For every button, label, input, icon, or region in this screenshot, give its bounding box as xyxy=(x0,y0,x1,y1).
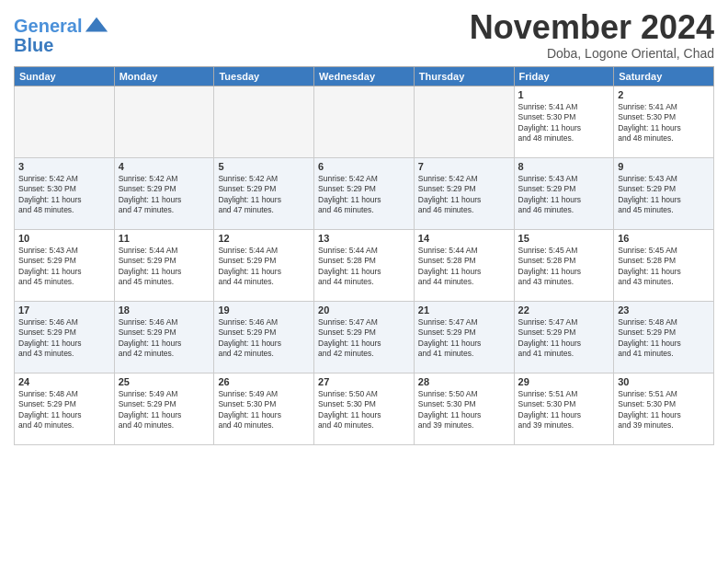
calendar-cell: 1Sunrise: 5:41 AM Sunset: 5:30 PM Daylig… xyxy=(514,86,614,157)
day-number: 29 xyxy=(518,376,610,387)
calendar-cell: 12Sunrise: 5:44 AM Sunset: 5:29 PM Dayli… xyxy=(214,229,314,301)
day-info: Sunrise: 5:49 AM Sunset: 5:30 PM Dayligh… xyxy=(218,389,310,431)
calendar-cell: 8Sunrise: 5:43 AM Sunset: 5:29 PM Daylig… xyxy=(514,157,614,229)
day-number: 7 xyxy=(418,161,510,172)
calendar-cell: 3Sunrise: 5:42 AM Sunset: 5:30 PM Daylig… xyxy=(15,157,115,229)
calendar-cell: 7Sunrise: 5:42 AM Sunset: 5:29 PM Daylig… xyxy=(414,157,514,229)
day-number: 30 xyxy=(618,376,710,387)
logo-icon xyxy=(84,13,109,39)
day-number: 6 xyxy=(318,161,410,172)
logo-text: General xyxy=(14,16,82,36)
day-info: Sunrise: 5:48 AM Sunset: 5:29 PM Dayligh… xyxy=(618,317,710,360)
calendar-cell: 20Sunrise: 5:47 AM Sunset: 5:29 PM Dayli… xyxy=(314,301,415,373)
day-number: 10 xyxy=(18,233,110,244)
weekday-header-monday: Monday xyxy=(114,66,214,86)
day-number: 17 xyxy=(18,304,110,316)
week-row-4: 24Sunrise: 5:48 AM Sunset: 5:29 PM Dayli… xyxy=(15,373,714,444)
day-number: 4 xyxy=(119,161,210,172)
calendar-cell: 29Sunrise: 5:51 AM Sunset: 5:30 PM Dayli… xyxy=(514,373,614,444)
day-number: 9 xyxy=(618,161,710,172)
logo: General Blue xyxy=(14,13,109,56)
week-row-1: 3Sunrise: 5:42 AM Sunset: 5:30 PM Daylig… xyxy=(15,157,714,229)
day-info: Sunrise: 5:44 AM Sunset: 5:28 PM Dayligh… xyxy=(318,246,410,288)
week-row-3: 17Sunrise: 5:46 AM Sunset: 5:29 PM Dayli… xyxy=(15,301,714,373)
weekday-header-saturday: Saturday xyxy=(614,66,714,86)
weekday-header-friday: Friday xyxy=(514,66,614,86)
day-number: 3 xyxy=(18,161,110,172)
day-number: 23 xyxy=(618,304,710,316)
calendar-cell: 2Sunrise: 5:41 AM Sunset: 5:30 PM Daylig… xyxy=(614,86,714,157)
day-info: Sunrise: 5:43 AM Sunset: 5:29 PM Dayligh… xyxy=(518,174,610,216)
day-info: Sunrise: 5:47 AM Sunset: 5:29 PM Dayligh… xyxy=(418,317,510,360)
weekday-header-tuesday: Tuesday xyxy=(214,66,314,86)
day-number: 21 xyxy=(418,304,510,316)
week-row-0: 1Sunrise: 5:41 AM Sunset: 5:30 PM Daylig… xyxy=(15,86,714,157)
day-number: 24 xyxy=(18,376,110,387)
day-number: 12 xyxy=(218,233,310,244)
header: General Blue November 2024 Doba, Logone … xyxy=(14,9,714,61)
day-info: Sunrise: 5:47 AM Sunset: 5:29 PM Dayligh… xyxy=(518,317,610,360)
day-number: 11 xyxy=(119,233,210,244)
day-info: Sunrise: 5:42 AM Sunset: 5:30 PM Dayligh… xyxy=(18,174,110,216)
day-info: Sunrise: 5:44 AM Sunset: 5:29 PM Dayligh… xyxy=(119,246,210,288)
day-info: Sunrise: 5:42 AM Sunset: 5:29 PM Dayligh… xyxy=(119,174,210,216)
day-number: 18 xyxy=(119,304,210,316)
day-info: Sunrise: 5:50 AM Sunset: 5:30 PM Dayligh… xyxy=(318,389,410,431)
day-number: 15 xyxy=(518,233,610,244)
calendar-cell xyxy=(114,86,214,157)
calendar-cell: 19Sunrise: 5:46 AM Sunset: 5:29 PM Dayli… xyxy=(214,301,314,373)
day-info: Sunrise: 5:42 AM Sunset: 5:29 PM Dayligh… xyxy=(318,174,410,216)
day-info: Sunrise: 5:46 AM Sunset: 5:29 PM Dayligh… xyxy=(218,317,310,360)
weekday-header-wednesday: Wednesday xyxy=(314,66,415,86)
day-number: 16 xyxy=(618,233,710,244)
day-info: Sunrise: 5:46 AM Sunset: 5:29 PM Dayligh… xyxy=(119,317,210,360)
calendar-table: SundayMondayTuesdayWednesdayThursdayFrid… xyxy=(14,66,714,445)
day-number: 8 xyxy=(518,161,610,172)
day-info: Sunrise: 5:51 AM Sunset: 5:30 PM Dayligh… xyxy=(618,389,710,431)
calendar-cell: 18Sunrise: 5:46 AM Sunset: 5:29 PM Dayli… xyxy=(114,301,214,373)
day-info: Sunrise: 5:49 AM Sunset: 5:29 PM Dayligh… xyxy=(119,389,210,431)
day-number: 1 xyxy=(518,89,610,100)
calendar-cell: 21Sunrise: 5:47 AM Sunset: 5:29 PM Dayli… xyxy=(414,301,514,373)
month-title: November 2024 xyxy=(470,9,714,46)
calendar-cell xyxy=(214,86,314,157)
day-number: 2 xyxy=(618,89,710,100)
title-block: November 2024 Doba, Logone Oriental, Cha… xyxy=(470,9,714,61)
calendar-cell: 6Sunrise: 5:42 AM Sunset: 5:29 PM Daylig… xyxy=(314,157,415,229)
day-info: Sunrise: 5:42 AM Sunset: 5:29 PM Dayligh… xyxy=(218,174,310,216)
week-row-2: 10Sunrise: 5:43 AM Sunset: 5:29 PM Dayli… xyxy=(15,229,714,301)
calendar-cell: 15Sunrise: 5:45 AM Sunset: 5:28 PM Dayli… xyxy=(514,229,614,301)
calendar-cell: 4Sunrise: 5:42 AM Sunset: 5:29 PM Daylig… xyxy=(114,157,214,229)
calendar-cell: 30Sunrise: 5:51 AM Sunset: 5:30 PM Dayli… xyxy=(614,373,714,444)
calendar-cell: 23Sunrise: 5:48 AM Sunset: 5:29 PM Dayli… xyxy=(614,301,714,373)
day-number: 19 xyxy=(218,304,310,316)
day-number: 27 xyxy=(318,376,410,387)
calendar-cell: 26Sunrise: 5:49 AM Sunset: 5:30 PM Dayli… xyxy=(214,373,314,444)
calendar-cell: 17Sunrise: 5:46 AM Sunset: 5:29 PM Dayli… xyxy=(15,301,115,373)
day-info: Sunrise: 5:41 AM Sunset: 5:30 PM Dayligh… xyxy=(518,102,610,144)
calendar-cell: 5Sunrise: 5:42 AM Sunset: 5:29 PM Daylig… xyxy=(214,157,314,229)
day-number: 13 xyxy=(318,233,410,244)
day-number: 22 xyxy=(518,304,610,316)
calendar-cell xyxy=(314,86,415,157)
day-number: 14 xyxy=(418,233,510,244)
day-info: Sunrise: 5:44 AM Sunset: 5:28 PM Dayligh… xyxy=(418,246,510,288)
subtitle: Doba, Logone Oriental, Chad xyxy=(470,46,714,61)
day-info: Sunrise: 5:44 AM Sunset: 5:29 PM Dayligh… xyxy=(218,246,310,288)
day-number: 20 xyxy=(318,304,410,316)
calendar-cell: 10Sunrise: 5:43 AM Sunset: 5:29 PM Dayli… xyxy=(15,229,115,301)
day-info: Sunrise: 5:42 AM Sunset: 5:29 PM Dayligh… xyxy=(418,174,510,216)
calendar-cell: 27Sunrise: 5:50 AM Sunset: 5:30 PM Dayli… xyxy=(314,373,415,444)
calendar-cell: 13Sunrise: 5:44 AM Sunset: 5:28 PM Dayli… xyxy=(314,229,415,301)
day-info: Sunrise: 5:41 AM Sunset: 5:30 PM Dayligh… xyxy=(618,102,710,144)
page-container: General Blue November 2024 Doba, Logone … xyxy=(0,0,728,450)
weekday-header-row: SundayMondayTuesdayWednesdayThursdayFrid… xyxy=(15,66,714,86)
calendar-cell: 11Sunrise: 5:44 AM Sunset: 5:29 PM Dayli… xyxy=(114,229,214,301)
svg-marker-0 xyxy=(85,17,108,32)
calendar-cell: 16Sunrise: 5:45 AM Sunset: 5:28 PM Dayli… xyxy=(614,229,714,301)
day-number: 28 xyxy=(418,376,510,387)
calendar-cell: 25Sunrise: 5:49 AM Sunset: 5:29 PM Dayli… xyxy=(114,373,214,444)
calendar-cell: 9Sunrise: 5:43 AM Sunset: 5:29 PM Daylig… xyxy=(614,157,714,229)
calendar-cell: 24Sunrise: 5:48 AM Sunset: 5:29 PM Dayli… xyxy=(15,373,115,444)
calendar-cell xyxy=(414,86,514,157)
